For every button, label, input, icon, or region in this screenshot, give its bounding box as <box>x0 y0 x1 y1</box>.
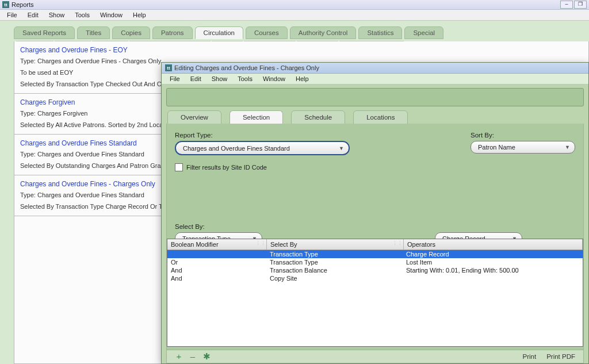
editor-tab-selection[interactable]: Selection <box>230 110 283 124</box>
tab-circulation[interactable]: Circulation <box>195 26 243 39</box>
editor-tab-schedule[interactable]: Schedule <box>291 110 345 124</box>
criteria-table[interactable]: Boolean Modifier⋮⋮ Select By⋮⋮ Operators… <box>167 239 583 347</box>
sort-by-value: Patron Name <box>478 144 515 151</box>
report-type-label: Report Type: <box>175 132 350 139</box>
editor-menu-bar: File Edit Show Tools Window Help <box>162 74 588 85</box>
os-title-bar: tt Reports – ❐ <box>0 0 589 10</box>
filter-label: Filter results by Site ID Code <box>186 164 267 171</box>
tab-statistics[interactable]: Statistics <box>358 26 402 39</box>
minimize-button[interactable]: – <box>560 1 573 9</box>
menu-file[interactable]: File <box>2 11 22 19</box>
menu-edit[interactable]: Edit <box>23 11 43 19</box>
report-title[interactable]: Charges and Overdue Fines - EOY <box>20 46 583 54</box>
chevron-down-icon: ▼ <box>339 145 344 151</box>
maximize-button[interactable]: ❐ <box>574 1 587 9</box>
table-row[interactable]: Transaction TypeCharge Record <box>167 250 583 258</box>
col-operators[interactable]: Operators <box>404 239 583 250</box>
tab-authority-control[interactable]: Authority Control <box>290 26 357 39</box>
main-menu-bar: File Edit Show Tools Window Help <box>0 10 589 21</box>
editor-window-title: Editing Charges and Overdue Fines - Char… <box>174 64 319 71</box>
editor-menu-edit[interactable]: Edit <box>186 75 206 83</box>
table-row[interactable]: AndTransaction BalanceStarting With: 0.0… <box>167 266 583 274</box>
tab-titles[interactable]: Titles <box>77 26 110 39</box>
tab-courses[interactable]: Courses <box>246 26 288 39</box>
select-by-label: Select By: <box>175 223 262 230</box>
filter-checkbox[interactable] <box>175 163 183 171</box>
editor-footer: + – ✱ Print Print PDF <box>167 350 583 363</box>
print-pdf-button[interactable]: Print PDF <box>546 353 575 360</box>
report-type-dropdown[interactable]: Charges and Overdue Fines Standard ▼ <box>175 141 350 155</box>
editor-menu-help[interactable]: Help <box>291 75 313 83</box>
menu-show[interactable]: Show <box>44 11 70 19</box>
print-button[interactable]: Print <box>523 353 537 360</box>
tab-saved-reports[interactable]: Saved Reports <box>14 26 75 39</box>
sort-by-dropdown[interactable]: Patron Name ▼ <box>471 141 575 154</box>
chevron-down-icon: ▼ <box>565 144 570 150</box>
window-title: Reports <box>12 1 34 8</box>
tab-special[interactable]: Special <box>404 26 443 39</box>
app-icon: tt <box>2 1 9 8</box>
editor-menu-window[interactable]: Window <box>258 75 290 83</box>
editor-tab-locations[interactable]: Locations <box>353 110 408 124</box>
editor-window: tt Editing Charges and Overdue Fines - C… <box>161 62 589 364</box>
editor-toolbar <box>166 88 584 106</box>
editor-menu-tools[interactable]: Tools <box>233 75 257 83</box>
editor-app-icon: tt <box>165 64 172 71</box>
tab-patrons[interactable]: Patrons <box>152 26 193 39</box>
add-icon[interactable]: + <box>175 351 183 362</box>
remove-icon[interactable]: – <box>189 351 197 362</box>
sort-by-label: Sort By: <box>471 132 575 139</box>
editor-menu-file[interactable]: File <box>165 75 185 83</box>
report-type-value: Charges and Overdue Fines Standard <box>183 145 290 152</box>
editor-menu-show[interactable]: Show <box>207 75 232 83</box>
menu-help[interactable]: Help <box>128 11 151 19</box>
col-boolean-modifier[interactable]: Boolean Modifier⋮⋮ <box>167 239 267 250</box>
editor-tab-overview[interactable]: Overview <box>167 110 221 124</box>
editor-title-bar[interactable]: tt Editing Charges and Overdue Fines - C… <box>162 63 588 74</box>
menu-window[interactable]: Window <box>95 11 127 19</box>
gear-icon[interactable]: ✱ <box>202 351 211 362</box>
table-row[interactable]: OrTransaction TypeLost Item <box>167 258 583 266</box>
tab-copies[interactable]: Copies <box>112 26 150 39</box>
table-row[interactable]: AndCopy Site <box>167 274 583 282</box>
col-select-by[interactable]: Select By⋮⋮ <box>267 239 404 250</box>
menu-tools[interactable]: Tools <box>70 11 94 19</box>
